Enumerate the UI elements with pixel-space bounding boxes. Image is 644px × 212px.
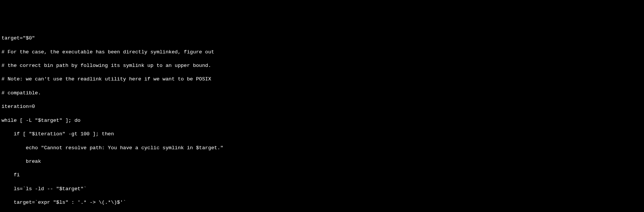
script-line: iteration=0 [2,103,642,110]
script-line: # the correct bin path by following its … [2,62,642,69]
script-line: break [2,158,642,165]
script-line: fi [2,172,642,179]
script-line: target=`expr "$ls" : '.* -> \(.*\)$'` [2,199,642,206]
script-line: if [ "$iteration" -gt 100 ]; then [2,131,642,138]
script-line: echo "Cannot resolve path: You have a cy… [2,145,642,151]
script-line: # For the case, the executable has been … [2,49,642,56]
script-line: # Note: we can't use the readlink utilit… [2,76,642,83]
terminal-output[interactable]: target="$0" # For the case, the executab… [2,28,642,212]
script-line: ls=`ls -ld -- "$target"` [2,186,642,192]
script-line: while [ -L "$target" ]; do [2,117,642,124]
script-line: # compatible. [2,90,642,97]
script-line: target="$0" [2,35,642,42]
